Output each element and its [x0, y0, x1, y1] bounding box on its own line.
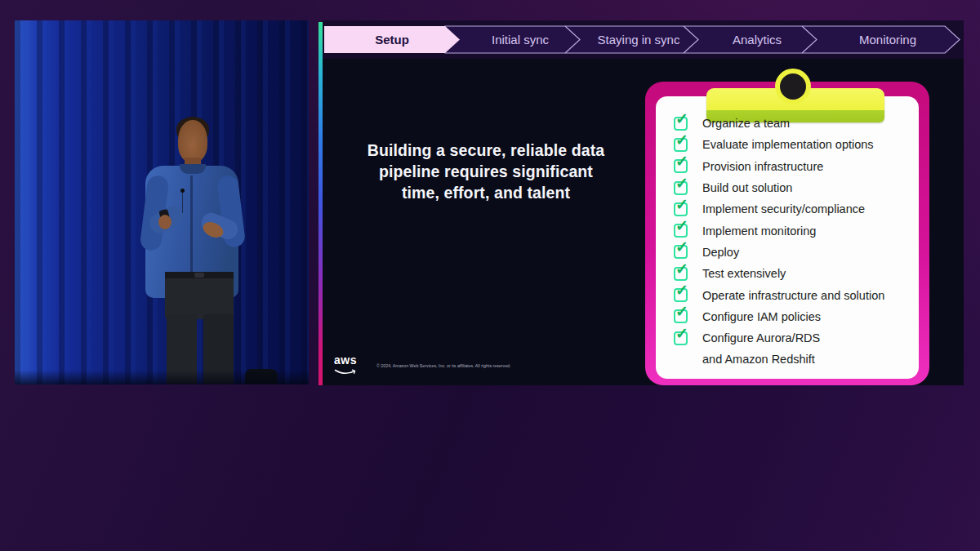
checkbox-checked-icon: ✓ [674, 117, 688, 131]
checkbox-checked-icon: ✓ [674, 309, 688, 323]
checkmark-glyph: ✓ [675, 304, 688, 319]
presenter-belt-buckle [194, 273, 204, 278]
checkmark-glyph: ✓ [675, 132, 688, 148]
checklist-item-label: Organize a team [702, 117, 790, 130]
checkmark-glyph: ✓ [675, 197, 688, 212]
nav-tab-staying-in-sync: Staying in sync [598, 33, 680, 47]
slide-title-line: time, effort, and talent [349, 182, 623, 203]
checklist-item: ✓Provision infrastructure [674, 156, 911, 177]
checkbox-checked-icon: ✓ [674, 331, 688, 345]
clipboard-graphic: ✓Organize a team✓Evaluate implementation… [645, 82, 929, 385]
checklist-item-label: Test extensively [702, 267, 786, 280]
lavalier-mic-wire [182, 192, 183, 213]
checklist-item: ✓Implement security/compliance [674, 198, 911, 220]
checklist-item-label: Configure IAM policies [702, 310, 821, 323]
checkmark-glyph: ✓ [675, 176, 688, 191]
checklist-item-label: Implement security/compliance [702, 202, 865, 216]
checkmark-glyph: ✓ [675, 239, 688, 255]
presenter-head [178, 120, 207, 162]
presenter-pants [165, 272, 234, 319]
nav-tab-setup: Setup [375, 33, 409, 47]
checklist-item-label: Operate infrastructure and solution [702, 289, 884, 302]
checklist-item: ✓Test extensively [674, 263, 911, 284]
checklist-item-label: and Amazon Redshift [702, 353, 815, 366]
aws-smile-icon [334, 368, 359, 376]
slide-title: Building a secure, reliable data pipelin… [349, 140, 623, 203]
checklist-item: ✓and Amazon Redshift [674, 349, 911, 370]
checklist-item: ✓Operate infrastructure and solution [674, 284, 911, 305]
checklist-item-label: Configure Aurora/RDS [702, 331, 820, 344]
checklist-item: ✓Configure Aurora/RDS [674, 327, 911, 349]
stage-floor-shadow [15, 370, 309, 384]
checklist-item: ✓Implement monitoring [674, 220, 911, 241]
clipboard-clip-knob [775, 69, 811, 104]
checkbox-checked-icon: ✓ [674, 224, 688, 238]
copyright-text: © 2024, Amazon Web Services, Inc. or its… [376, 363, 511, 367]
checkmark-glyph: ✓ [675, 326, 688, 341]
checkmark-glyph: ✓ [675, 111, 688, 127]
checkbox-checked-icon: ✓ [674, 288, 688, 302]
checkmark-glyph: ✓ [675, 153, 688, 169]
clipboard-paper: ✓Organize a team✓Evaluate implementation… [656, 96, 919, 379]
process-steps-bar: Setup Initial sync Staying in sync Analy… [323, 24, 964, 57]
checkmark-glyph: ✓ [675, 218, 688, 233]
checklist-item-label: Build out solution [702, 181, 792, 194]
checklist-item: ✓Configure IAM policies [674, 306, 911, 327]
checklist-item-label: Deploy [702, 246, 739, 259]
speaker-video-panel [15, 20, 309, 384]
presenter-left-hand [158, 215, 172, 229]
presentation-slide: Setup Initial sync Staying in sync Analy… [323, 20, 964, 385]
slide-title-line: Building a secure, reliable data [349, 140, 623, 161]
checkmark-glyph: ✓ [675, 261, 688, 277]
lavalier-mic [180, 189, 185, 193]
checkbox-checked-icon: ✓ [674, 245, 688, 259]
checklist-item-label: Implement monitoring [702, 224, 816, 238]
checklist-item: ✓Deploy [674, 242, 911, 263]
slide-title-line: pipeline requires significant [349, 161, 623, 182]
checkbox-checked-icon: ✓ [674, 159, 688, 173]
nav-tab-initial-sync: Initial sync [492, 33, 550, 47]
checkmark-glyph: ✓ [675, 282, 688, 298]
checkbox-checked-icon: ✓ [674, 138, 688, 152]
aws-logo: aws [334, 355, 362, 379]
checklist-item-label: Provision infrastructure [702, 160, 823, 173]
nav-tab-analytics: Analytics [733, 33, 782, 47]
nav-tab-monitoring: Monitoring [859, 33, 916, 47]
checkbox-checked-icon: ✓ [674, 181, 688, 195]
aws-logo-text: aws [334, 355, 362, 366]
checklist-item: ✓Organize a team [674, 113, 911, 134]
checklist-item-label: Evaluate implementation options [702, 138, 874, 151]
checkbox-checked-icon: ✓ [674, 267, 688, 281]
checkbox-checked-icon: ✓ [674, 202, 688, 216]
checklist-item: ✓Evaluate implementation options [674, 134, 911, 155]
presenter-collar [180, 164, 206, 174]
checklist: ✓Organize a team✓Evaluate implementation… [674, 113, 911, 371]
checklist-item: ✓Build out solution [674, 177, 911, 198]
